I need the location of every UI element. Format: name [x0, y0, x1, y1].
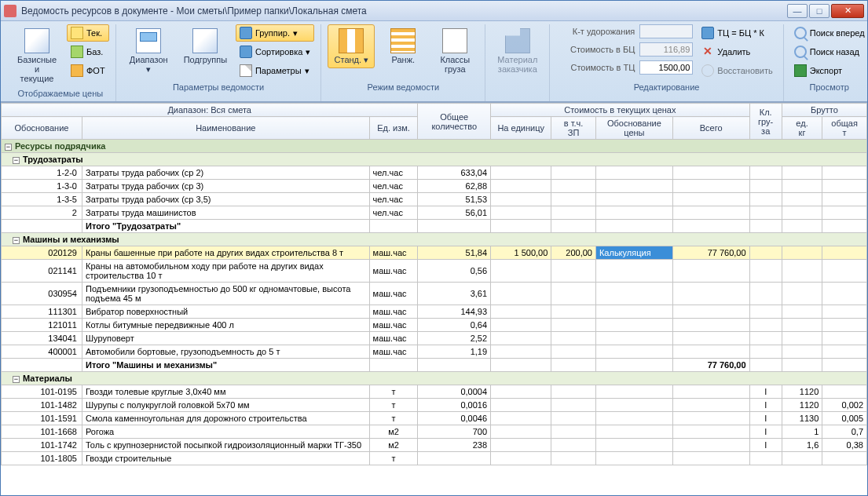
orange-icon: [71, 64, 83, 77]
table-row[interactable]: 1-3-5Затраты труда рабочих (ср 3,5)чел.ч…: [2, 193, 867, 206]
hdr-total[interactable]: Всего: [672, 117, 749, 140]
hdr-unit[interactable]: На единицу: [491, 117, 551, 140]
search-fwd-button[interactable]: Поиск вперед: [790, 24, 868, 42]
table-row[interactable]: 101-1742Толь с крупнозернистой посыпкой …: [2, 439, 867, 452]
table-row[interactable]: 111301Вибратор поверхностныймаш.час144,9…: [2, 305, 867, 319]
hdr-name[interactable]: Наименование: [82, 117, 369, 140]
table-row[interactable]: 101-1591Смола каменноугольная для дорожн…: [2, 412, 867, 425]
table-row[interactable]: 101-1805Гвозди строительныет: [2, 452, 867, 465]
classes-icon: [442, 28, 467, 53]
table-row[interactable]: 2Затраты труда машинистовчел.час56,01: [2, 206, 867, 220]
app-icon: [4, 5, 16, 17]
hdr-obsh[interactable]: общая т: [822, 117, 867, 140]
params-button[interactable]: Параметры ▾: [236, 62, 314, 79]
green-icon: [71, 46, 83, 58]
hdr-obp[interactable]: Обоснование цены: [595, 117, 672, 140]
fot-button[interactable]: ФОТ: [67, 62, 109, 79]
table-row[interactable]: 1-2-0Затраты труда рабочих (ср 2)чел.час…: [2, 166, 867, 180]
hdr-obos[interactable]: Обоснование: [2, 117, 82, 140]
subgroups-button[interactable]: Подгруппы: [180, 24, 231, 68]
classes-mode-button[interactable]: Классы груза: [431, 24, 478, 78]
rank-mode-button[interactable]: Ранж.: [379, 24, 427, 68]
group-label-view: Просмотр: [790, 81, 868, 93]
window-title: Ведомость ресурсов в документе - Мои сме…: [21, 5, 787, 16]
titlebar: Ведомость ресурсов в документе - Мои сме…: [1, 1, 867, 21]
total-row[interactable]: Итого "Машины и механизмы"77 760,00: [2, 359, 867, 372]
group-contractor[interactable]: −Ресурсы подрядчика: [2, 140, 867, 153]
table-row[interactable]: 121011Котлы битумные передвижные 400 лма…: [2, 319, 867, 332]
hdr-cost-group[interactable]: Стоимость в текущих ценах: [491, 104, 750, 117]
table-row[interactable]: 021141Краны на автомобильном ходу при ра…: [2, 260, 867, 283]
stc-label: Стоимость в ТЦ: [556, 63, 635, 72]
collapse-icon[interactable]: −: [13, 157, 20, 164]
x-icon: ✕: [701, 46, 714, 58]
table-row[interactable]: 030954Подъемники грузоподъемностью до 50…: [2, 283, 867, 305]
excel-icon: [794, 64, 807, 77]
hdr-brutto[interactable]: Брутто: [782, 104, 866, 117]
maximize-button[interactable]: □: [809, 4, 830, 18]
collapse-icon[interactable]: −: [13, 376, 20, 383]
delete-button[interactable]: ✕Удалить: [698, 43, 776, 60]
yellow-icon: [71, 27, 83, 39]
restore-icon: [701, 64, 714, 77]
tek-button[interactable]: Тек.: [67, 24, 109, 42]
formula-icon: [701, 27, 714, 39]
kud-label: К-т удорожания: [556, 27, 635, 36]
hdr-edkg[interactable]: ед. кг: [782, 117, 822, 140]
table-row[interactable]: 020129Краны башенные при работе на други…: [2, 246, 867, 260]
group-label-mode: Режим ведомости: [328, 81, 478, 93]
table-row[interactable]: 101-1668Рогожам2700I10,7: [2, 425, 867, 439]
prices-basic-current-button[interactable]: Базисные и текущие: [12, 24, 62, 87]
search-fwd-icon: [794, 27, 807, 39]
params-icon: [240, 64, 252, 77]
standard-mode-button[interactable]: Станд. ▾: [328, 24, 375, 68]
collapse-icon[interactable]: −: [5, 144, 12, 151]
group-machines[interactable]: −Машины и механизмы: [2, 233, 867, 246]
stc-input[interactable]: [639, 60, 693, 75]
table-icon: [24, 28, 49, 53]
sort-button[interactable]: Сортировка ▾: [236, 43, 314, 60]
truck-icon: [505, 28, 530, 53]
group-labor[interactable]: −Трудозатраты: [2, 153, 867, 166]
collapse-icon[interactable]: −: [13, 237, 20, 244]
hdr-zp[interactable]: в т.ч. ЗП: [551, 117, 596, 140]
kud-input: [639, 24, 693, 38]
customer-material-button: Материал заказчика: [492, 24, 543, 78]
table-row[interactable]: 1-3-0Затраты труда рабочих (ср 3)чел.час…: [2, 180, 867, 193]
rank-icon: [390, 28, 416, 53]
hdr-range[interactable]: Диапазон: Вся смета: [2, 104, 418, 117]
formula-button[interactable]: ТЦ = БЦ * К: [698, 24, 776, 42]
restore-button: Восстановить: [698, 62, 776, 79]
subgroups-icon: [192, 28, 218, 53]
hdr-kl[interactable]: Кл. гру- за: [749, 104, 782, 140]
sort-icon: [240, 46, 252, 58]
group-label-params: Параметры ведомости: [123, 81, 315, 93]
sbc-input: [639, 42, 693, 57]
group-label-edit: Редактирование: [556, 81, 776, 93]
std-icon: [339, 28, 364, 53]
table-row[interactable]: 101-0195Гвозди толевые круглые 3,0х40 мм…: [2, 385, 867, 399]
resource-grid[interactable]: Диапазон: Вся смета Общее количество Сто…: [1, 102, 867, 496]
close-button[interactable]: ✕: [831, 4, 864, 18]
table-row[interactable]: 134041Шуруповертмаш.час2,52: [2, 332, 867, 345]
search-back-button[interactable]: Поиск назад: [790, 43, 868, 60]
hdr-ed[interactable]: Ед. изм.: [369, 117, 418, 140]
minimize-button[interactable]: —: [787, 4, 808, 18]
export-button[interactable]: Экспорт: [790, 62, 868, 79]
range-button[interactable]: Диапазон ▾: [123, 24, 175, 78]
sbc-label: Стоимость в БЦ: [556, 45, 635, 54]
baz-button[interactable]: Баз.: [67, 43, 109, 60]
search-back-icon: [794, 46, 807, 58]
range-icon: [136, 28, 161, 53]
table-row[interactable]: 101-1482Шурупы с полукруглой головкой 5х…: [2, 399, 867, 412]
total-row[interactable]: Итого "Трудозатраты": [2, 220, 867, 233]
group-icon: [240, 27, 252, 39]
table-row[interactable]: 400001Автомобили бортовые, грузоподъемно…: [2, 345, 867, 359]
ribbon: Базисные и текущие Тек. Баз. ФОТ Отображ…: [1, 21, 867, 102]
group-button[interactable]: Группир. ▾: [236, 24, 314, 42]
group-materials[interactable]: −Материалы: [2, 372, 867, 385]
hdr-qty[interactable]: Общее количество: [418, 104, 491, 140]
group-label-prices: Отображаемые цены: [12, 87, 109, 100]
